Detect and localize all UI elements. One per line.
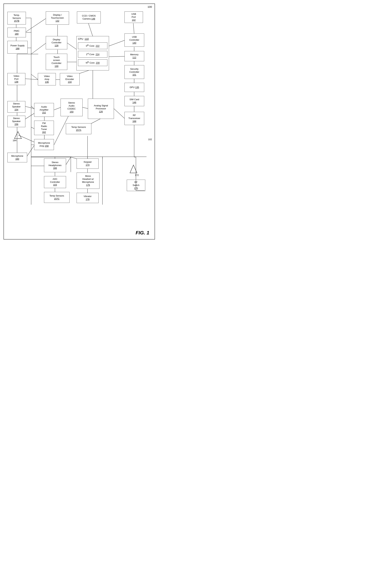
block-cpu-110: CPU 110 0th Core 222 1st Core 224 Nth Co… bbox=[76, 36, 109, 70]
block-display-touchscreen-132: Display /Touchscreen132 bbox=[46, 11, 69, 25]
diagram: 100 102 164 172 bbox=[3, 3, 155, 239]
block-rf-switch-170: RFSwitch170 bbox=[127, 180, 145, 191]
block-fm-radio-tuner-162: FMRadioTuner162 bbox=[34, 121, 54, 135]
block-adc-controller-103: ADCController103 bbox=[44, 176, 66, 188]
block-temp-sensors-157a: Temp Sensors157A bbox=[66, 123, 91, 134]
block-rf-transceiver-168: RFTransceiver168 bbox=[125, 112, 144, 125]
block-stereo-speaker-154: StereoSpeaker154 bbox=[7, 101, 25, 112]
block-sim-card-146: SIM Card146 bbox=[125, 96, 144, 106]
block-pmic-180: PMIC180 bbox=[7, 28, 26, 37]
block-microphone-amp-158: MicrophoneAmp 158 bbox=[34, 139, 54, 150]
ref-102: 102 bbox=[148, 138, 152, 141]
block-video-amp-136: VideoAmp136 bbox=[38, 73, 56, 85]
block-gpu-135: GPU 135 bbox=[125, 83, 144, 92]
svg-line-30 bbox=[25, 113, 35, 119]
block-mono-headset-176: MonoHeadset w/Microphone176 bbox=[77, 173, 100, 189]
block-display-controller-128: DisplayController128 bbox=[46, 36, 67, 49]
svg-line-4 bbox=[25, 18, 46, 32]
block-video-port-138: VideoPort138 bbox=[7, 73, 25, 85]
block-stereo-speaker-156: StereoSpeaker156 bbox=[7, 116, 25, 127]
svg-marker-0 bbox=[14, 131, 21, 139]
block-stereo-headphones-166: StereoHeadphones166 bbox=[44, 159, 66, 172]
svg-line-32 bbox=[82, 107, 88, 109]
svg-line-13 bbox=[109, 40, 125, 46]
svg-line-37 bbox=[27, 145, 35, 157]
ref-172-label: 172 bbox=[135, 174, 139, 176]
svg-line-57 bbox=[65, 157, 71, 165]
svg-line-12 bbox=[133, 23, 134, 34]
block-ccd-cmos-148: CCD / CMOSCamera 148 bbox=[77, 11, 101, 23]
block-core-0-222: 0th Core 222 bbox=[78, 42, 107, 49]
svg-line-46 bbox=[31, 74, 38, 80]
block-core-1-224: 1st Core 224 bbox=[78, 51, 107, 58]
block-temp-sensors-157b: Temp.Sensors157B bbox=[7, 12, 26, 24]
block-power-supply-188: Power Supply188 bbox=[7, 41, 28, 54]
block-memory-112: Memory112 bbox=[125, 51, 144, 61]
block-temp-sensors-157c: Temp Sensors157C bbox=[44, 192, 69, 203]
block-core-n-230: Nth Core 230 bbox=[78, 59, 107, 66]
antenna-172: 172 bbox=[129, 164, 138, 174]
block-usb-controller-140: USBController140 bbox=[125, 33, 144, 47]
block-security-controller-101: SecurityController101 bbox=[125, 65, 144, 79]
svg-line-15 bbox=[109, 56, 125, 57]
svg-line-56 bbox=[71, 157, 77, 159]
svg-line-45 bbox=[31, 43, 46, 54]
block-vibrator-178: Vibrator178 bbox=[77, 193, 99, 203]
svg-line-11 bbox=[88, 23, 93, 37]
svg-line-9 bbox=[67, 43, 77, 50]
ref-164-label: 164 bbox=[13, 139, 17, 142]
block-touchscreen-controller-130: TouchscreenController130 bbox=[46, 54, 67, 70]
svg-line-29 bbox=[25, 106, 35, 109]
block-audio-amplifier-152: AudioAmplifier152 bbox=[34, 103, 54, 117]
block-keypad-174: Keypad174 bbox=[77, 159, 99, 169]
ref-100: 100 bbox=[148, 5, 152, 8]
block-microphone-160: Microphone160 bbox=[7, 153, 27, 162]
block-usb-port-142: USBPort142 bbox=[125, 11, 143, 23]
fig-label: FIG. 1 bbox=[136, 230, 149, 236]
svg-line-33 bbox=[114, 109, 125, 118]
antenna-164: 164 bbox=[14, 131, 22, 140]
block-analog-signal-processor-126: Analog SignalProcessor126 bbox=[88, 99, 114, 119]
svg-marker-1 bbox=[130, 165, 137, 173]
block-video-encoder-134: VideoEncoder134 bbox=[60, 73, 80, 85]
svg-line-26 bbox=[25, 79, 38, 80]
svg-line-34 bbox=[91, 118, 101, 124]
block-stereo-audio-codec-150: StereoAudioCODEC150 bbox=[61, 99, 83, 116]
svg-line-28 bbox=[54, 107, 61, 110]
